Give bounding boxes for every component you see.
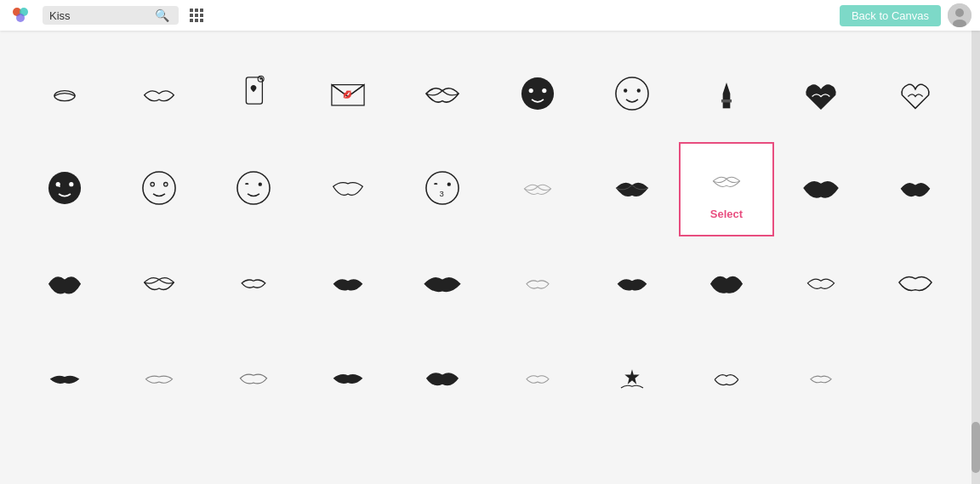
icon-cell-37[interactable] bbox=[679, 332, 773, 426]
icon-svg-34 bbox=[420, 355, 464, 402]
icon-cell-13[interactable] bbox=[301, 142, 396, 236]
svg-point-23 bbox=[624, 88, 627, 92]
svg-marker-38 bbox=[624, 370, 639, 384]
back-to-canvas-button[interactable]: Back to Canvas bbox=[840, 5, 941, 26]
icon-cell-3[interactable]: 💋 bbox=[301, 48, 396, 142]
icon-cell-22[interactable] bbox=[206, 236, 300, 331]
icon-cell-26[interactable] bbox=[584, 236, 679, 331]
icon-cell-21[interactable] bbox=[111, 236, 206, 331]
icon-cell-25[interactable] bbox=[490, 236, 584, 331]
icon-cell-36[interactable] bbox=[584, 332, 679, 426]
icon-cell-1[interactable] bbox=[111, 48, 206, 142]
search-input[interactable] bbox=[49, 9, 151, 22]
svg-rect-7 bbox=[195, 14, 198, 17]
icon-svg-35 bbox=[516, 355, 560, 402]
grid-view-icon[interactable] bbox=[189, 8, 204, 23]
logo bbox=[9, 3, 32, 27]
icon-svg-36 bbox=[610, 355, 654, 402]
icon-svg-17 bbox=[704, 158, 749, 206]
icon-cell-34[interactable] bbox=[396, 332, 490, 426]
icon-svg-14: 3 bbox=[420, 166, 464, 214]
search-container: 🔍 bbox=[43, 6, 179, 25]
icon-svg-23 bbox=[326, 260, 370, 308]
icon-svg-15 bbox=[516, 166, 560, 214]
icon-cell-16[interactable] bbox=[584, 142, 679, 236]
svg-point-33 bbox=[237, 172, 270, 204]
svg-text:3: 3 bbox=[440, 189, 444, 198]
icon-cell-2[interactable] bbox=[206, 48, 300, 142]
svg-rect-26 bbox=[721, 100, 732, 102]
icon-svg-25 bbox=[516, 260, 560, 308]
scrollbar[interactable] bbox=[971, 31, 980, 484]
icon-cell-27[interactable] bbox=[679, 236, 773, 331]
icon-svg-21 bbox=[137, 260, 181, 308]
icon-cell-10[interactable] bbox=[17, 142, 111, 236]
icon-svg-9 bbox=[893, 71, 937, 119]
svg-point-20 bbox=[528, 88, 533, 93]
icon-cell-23[interactable] bbox=[301, 236, 396, 331]
svg-text:💋: 💋 bbox=[343, 89, 352, 100]
icon-cell-12[interactable] bbox=[206, 142, 300, 236]
svg-rect-11 bbox=[200, 19, 203, 22]
svg-point-36 bbox=[447, 182, 451, 185]
icon-cell-6[interactable] bbox=[584, 48, 679, 142]
svg-point-24 bbox=[636, 88, 640, 92]
scrollbar-thumb[interactable] bbox=[971, 422, 980, 473]
icon-svg-4 bbox=[420, 71, 464, 119]
svg-point-15 bbox=[54, 90, 74, 100]
icon-cell-5[interactable] bbox=[490, 48, 584, 142]
icon-svg-26 bbox=[610, 260, 654, 308]
icon-cell-7[interactable] bbox=[679, 48, 773, 142]
icon-cell-35[interactable] bbox=[490, 332, 584, 426]
svg-rect-8 bbox=[200, 14, 203, 17]
icon-cell-14[interactable]: 3 bbox=[396, 142, 490, 236]
svg-point-29 bbox=[69, 182, 73, 186]
icon-svg-12 bbox=[231, 166, 276, 214]
svg-point-21 bbox=[542, 88, 546, 93]
icon-cell-0[interactable] bbox=[17, 48, 111, 142]
select-label: Select bbox=[710, 208, 743, 220]
icon-cell-28[interactable] bbox=[774, 236, 869, 331]
icon-svg-27 bbox=[704, 260, 749, 308]
icon-cell-8[interactable] bbox=[774, 48, 869, 142]
svg-point-2 bbox=[16, 14, 25, 22]
icon-cell-24[interactable] bbox=[396, 236, 490, 331]
svg-point-27 bbox=[48, 172, 81, 204]
svg-rect-9 bbox=[190, 19, 193, 22]
icon-svg-5 bbox=[516, 71, 560, 119]
svg-rect-6 bbox=[190, 14, 193, 17]
icon-svg-33 bbox=[326, 355, 370, 402]
icon-svg-3: 💋 bbox=[326, 71, 370, 119]
svg-point-32 bbox=[163, 182, 167, 185]
icon-cell-19[interactable] bbox=[869, 142, 963, 236]
svg-rect-10 bbox=[195, 19, 198, 22]
icon-cell-11[interactable] bbox=[111, 142, 206, 236]
search-icon: 🔍 bbox=[155, 9, 169, 22]
icon-grid: 💋3Select bbox=[17, 48, 963, 426]
icon-svg-24 bbox=[420, 260, 464, 308]
icon-cell-33[interactable] bbox=[301, 332, 396, 426]
icon-cell-30[interactable] bbox=[17, 332, 111, 426]
icon-cell-4[interactable] bbox=[396, 48, 490, 142]
icon-svg-11 bbox=[137, 166, 181, 214]
icon-cell-29[interactable] bbox=[869, 236, 963, 331]
icon-svg-22 bbox=[231, 260, 276, 308]
svg-point-19 bbox=[521, 77, 554, 110]
topbar: 🔍 Back to Canvas bbox=[0, 0, 980, 31]
icon-svg-1 bbox=[137, 71, 181, 119]
icon-svg-30 bbox=[43, 355, 87, 402]
svg-rect-5 bbox=[200, 9, 203, 12]
icon-svg-38 bbox=[799, 355, 843, 402]
icon-cell-38[interactable] bbox=[774, 332, 869, 426]
icon-cell-31[interactable] bbox=[111, 332, 206, 426]
icon-svg-29 bbox=[893, 260, 937, 308]
icon-svg-28 bbox=[799, 260, 843, 308]
icon-svg-0 bbox=[43, 71, 87, 119]
icon-cell-18[interactable] bbox=[774, 142, 869, 236]
icon-cell-17[interactable]: Select bbox=[679, 142, 773, 236]
icon-cell-15[interactable] bbox=[490, 142, 584, 236]
svg-point-22 bbox=[616, 77, 648, 110]
icon-cell-20[interactable] bbox=[17, 236, 111, 331]
icon-cell-9[interactable] bbox=[869, 48, 963, 142]
icon-cell-32[interactable] bbox=[206, 332, 300, 426]
